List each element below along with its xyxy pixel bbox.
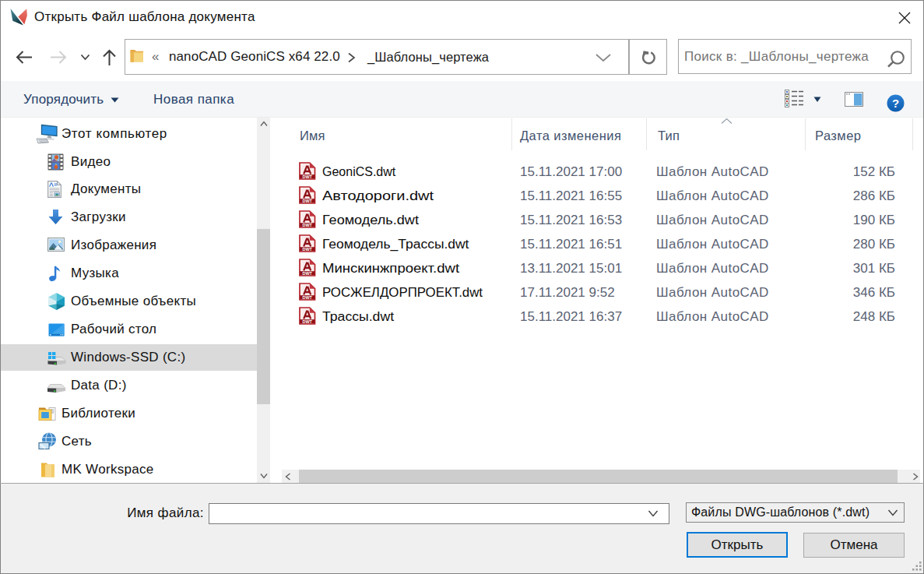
svg-text:DWT: DWT [303, 247, 313, 252]
svg-text:DWT: DWT [303, 295, 313, 300]
svg-text:?: ? [892, 97, 899, 110]
svg-text:DWT: DWT [303, 199, 313, 203]
svg-text:DWT: DWT [303, 271, 313, 276]
svg-text:DWT: DWT [303, 319, 313, 324]
svg-text:DWT: DWT [303, 223, 313, 227]
svg-text:DWT: DWT [303, 174, 313, 179]
